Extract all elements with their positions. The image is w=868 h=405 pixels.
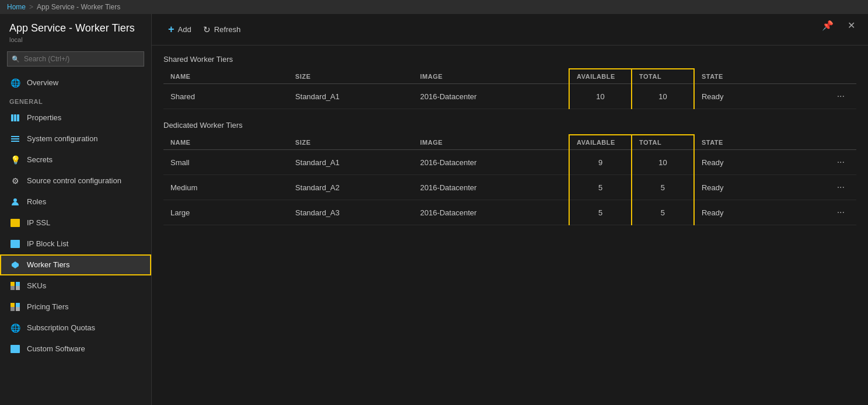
table-row: Medium Standard_A2 2016-Datacenter 5 5 R… <box>163 175 856 200</box>
medium-size: Standard_A2 <box>288 175 413 200</box>
breadcrumb-bar: Home > App Service - Worker Tiers <box>0 0 868 14</box>
shared-image: 2016-Datacenter <box>413 84 569 109</box>
col-header-total-shared: TOTAL <box>632 69 694 84</box>
skus-icon <box>9 280 21 292</box>
medium-available: 5 <box>569 175 632 200</box>
sidebar-item-ip-ssl[interactable]: IP SSL <box>0 212 151 233</box>
svg-rect-4 <box>11 138 19 139</box>
search-icon: 🔍 <box>12 55 20 62</box>
search-input[interactable] <box>7 51 144 67</box>
add-button[interactable]: + Add <box>163 21 196 38</box>
svg-rect-0 <box>11 114 13 121</box>
refresh-label: Refresh <box>214 25 241 34</box>
col-header-name-shared: NAME <box>163 69 288 84</box>
sidebar-item-pricing-tiers[interactable]: Pricing Tiers <box>0 296 151 317</box>
large-total: 5 <box>632 200 694 225</box>
roles-icon <box>9 196 21 208</box>
shared-available: 10 <box>569 84 632 109</box>
sidebar-header: App Service - Worker Tiers local <box>0 14 151 46</box>
sidebar-item-overview-label: Overview <box>27 78 58 87</box>
section-label-general: GENERAL <box>0 93 151 107</box>
medium-total: 5 <box>632 175 694 200</box>
add-label: Add <box>178 25 191 34</box>
sidebar-item-subscription-quotas[interactable]: 🌐 Subscription Quotas <box>0 317 151 338</box>
svg-rect-11 <box>16 282 20 286</box>
sidebar-item-secrets-label: Secrets <box>27 155 53 164</box>
medium-more-button[interactable]: ··· <box>832 181 849 194</box>
col-header-name-ded: NAME <box>163 135 288 150</box>
ip-ssl-icon <box>9 217 21 229</box>
sidebar-item-properties[interactable]: Properties <box>0 107 151 128</box>
sidebar-item-ip-block-list-label: IP Block List <box>27 239 68 248</box>
sidebar-item-custom-software[interactable]: Custom Software <box>0 338 151 359</box>
shared-table-wrapper: NAME SIZE IMAGE AVAILABLE TOTAL STATE Sh… <box>163 68 856 109</box>
col-header-image-shared: IMAGE <box>413 69 569 84</box>
shared-size: Standard_A1 <box>288 84 413 109</box>
svg-rect-12 <box>11 286 15 290</box>
col-header-total-ded: TOTAL <box>632 135 694 150</box>
medium-state: Ready <box>694 175 819 200</box>
shared-tiers-heading: Shared Worker Tiers <box>163 55 856 64</box>
medium-actions: ··· <box>819 175 856 200</box>
col-header-actions-ded <box>819 135 856 150</box>
svg-rect-15 <box>16 303 20 307</box>
main-content: 📌 ✕ + Add ↻ Refresh Shared Worker Tiers <box>152 14 868 405</box>
large-more-button[interactable]: ··· <box>832 206 849 219</box>
svg-rect-14 <box>11 303 15 307</box>
col-header-image-ded: IMAGE <box>413 135 569 150</box>
sidebar-item-source-control[interactable]: ⚙ Source control configuration <box>0 170 151 191</box>
large-image: 2016-Datacenter <box>413 200 569 225</box>
ip-block-list-icon <box>9 238 21 250</box>
sidebar-item-pricing-tiers-label: Pricing Tiers <box>27 302 69 311</box>
sidebar-item-overview[interactable]: 🌐 Overview <box>0 72 151 93</box>
pin-button[interactable]: 📌 <box>818 19 837 32</box>
custom-software-icon <box>9 343 21 355</box>
large-available: 5 <box>569 200 632 225</box>
sidebar-item-ip-block-list[interactable]: IP Block List <box>0 233 151 254</box>
col-header-available-ded: AVAILABLE <box>569 135 632 150</box>
subscription-quotas-icon: 🌐 <box>9 322 21 334</box>
pricing-tiers-icon <box>9 301 21 313</box>
shared-more-button[interactable]: ··· <box>832 90 849 103</box>
sidebar-item-worker-tiers[interactable]: Worker Tiers <box>0 254 151 275</box>
small-more-button[interactable]: ··· <box>832 156 849 169</box>
col-header-state-shared: STATE <box>694 69 819 84</box>
large-state: Ready <box>694 200 819 225</box>
sidebar-item-properties-label: Properties <box>27 113 61 122</box>
sidebar-item-subscription-quotas-label: Subscription Quotas <box>27 323 95 332</box>
svg-rect-7 <box>11 219 20 227</box>
svg-rect-1 <box>14 114 16 121</box>
sidebar-item-roles[interactable]: Roles <box>0 191 151 212</box>
refresh-button[interactable]: ↻ Refresh <box>198 22 246 37</box>
sidebar-item-system-config-label: System configuration <box>27 134 97 143</box>
properties-icon <box>9 112 21 124</box>
shared-total: 10 <box>632 84 694 109</box>
secrets-icon: 💡 <box>9 154 21 166</box>
table-row: Small Standard_A1 2016-Datacenter 9 10 R… <box>163 150 856 175</box>
svg-rect-3 <box>11 136 19 137</box>
col-header-state-ded: STATE <box>694 135 819 150</box>
sidebar-item-ip-ssl-label: IP SSL <box>27 218 50 227</box>
sidebar-item-system-config[interactable]: System configuration <box>0 128 151 149</box>
col-header-available-shared: AVAILABLE <box>569 69 632 84</box>
sidebar: App Service - Worker Tiers local 🔍 🌐 Ove… <box>0 14 152 405</box>
col-header-actions-shared <box>819 69 856 84</box>
sidebar-item-skus[interactable]: SKUs <box>0 275 151 296</box>
svg-rect-8 <box>11 240 20 248</box>
table-row: Large Standard_A3 2016-Datacenter 5 5 Re… <box>163 200 856 225</box>
table-area: Shared Worker Tiers NAME SIZE IMAGE AVAI… <box>152 46 868 246</box>
dedicated-tiers-heading: Dedicated Worker Tiers <box>163 121 856 130</box>
svg-rect-17 <box>16 307 20 311</box>
small-available: 9 <box>569 150 632 175</box>
sidebar-item-skus-label: SKUs <box>27 281 46 290</box>
search-box[interactable]: 🔍 <box>7 51 144 67</box>
sidebar-item-secrets[interactable]: 💡 Secrets <box>0 149 151 170</box>
small-name: Small <box>163 150 288 175</box>
small-actions: ··· <box>819 150 856 175</box>
svg-point-6 <box>13 198 17 202</box>
dedicated-table-wrapper: NAME SIZE IMAGE AVAILABLE TOTAL STATE Sm… <box>163 134 856 225</box>
svg-marker-9 <box>12 261 19 268</box>
breadcrumb-home[interactable]: Home <box>7 3 26 11</box>
sidebar-item-source-control-label: Source control configuration <box>27 176 121 185</box>
close-button[interactable]: ✕ <box>844 19 859 32</box>
